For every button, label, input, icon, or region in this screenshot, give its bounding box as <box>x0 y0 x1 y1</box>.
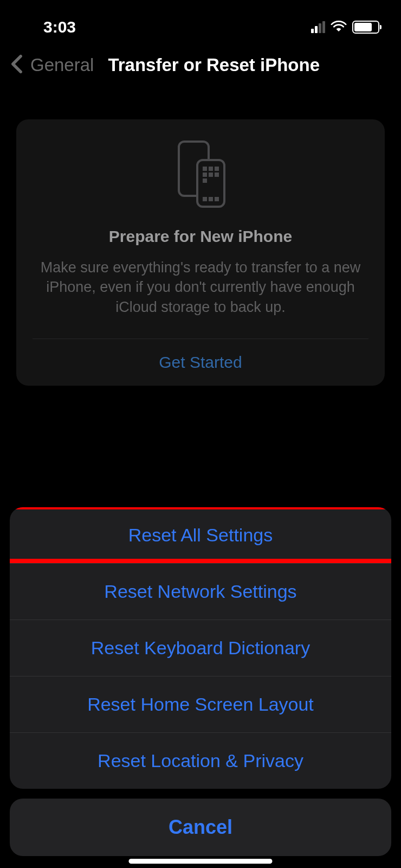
status-icons <box>311 20 379 35</box>
svg-rect-6 <box>209 173 213 177</box>
prepare-new-iphone-card: Prepare for New iPhone Make sure everyth… <box>16 119 385 386</box>
svg-rect-7 <box>215 173 219 177</box>
get-started-button[interactable]: Get Started <box>33 339 368 386</box>
wifi-icon <box>331 20 347 35</box>
option-label: Reset Keyboard Dictionary <box>91 637 310 658</box>
svg-rect-9 <box>203 197 207 201</box>
cellular-signal-icon <box>311 21 325 33</box>
cancel-button[interactable]: Cancel <box>10 799 391 856</box>
back-chevron-icon[interactable] <box>11 54 23 76</box>
option-label: Reset Home Screen Layout <box>87 694 314 714</box>
option-label: Reset All Settings <box>128 525 273 545</box>
action-sheet-group: Reset All Settings Reset Network Setting… <box>10 507 391 789</box>
option-label: Reset Location & Privacy <box>98 750 303 771</box>
svg-rect-8 <box>203 178 207 183</box>
status-time: 3:03 <box>43 18 76 36</box>
prepare-description: Make sure everything's ready to transfer… <box>33 258 368 317</box>
svg-rect-10 <box>209 197 213 201</box>
svg-rect-5 <box>203 173 207 177</box>
home-indicator[interactable] <box>129 859 273 864</box>
option-label: Reset Network Settings <box>104 581 296 602</box>
battery-icon <box>352 21 379 34</box>
page-title: Transfer or Reset iPhone <box>108 55 320 75</box>
devices-icon <box>173 138 228 211</box>
reset-network-settings-option[interactable]: Reset Network Settings <box>10 564 391 620</box>
back-label[interactable]: General <box>30 55 94 75</box>
status-bar: 3:03 <box>0 0 401 43</box>
navigation-bar: General Transfer or Reset iPhone <box>0 43 401 84</box>
reset-all-settings-option[interactable]: Reset All Settings <box>10 507 391 564</box>
svg-rect-2 <box>203 167 207 171</box>
svg-rect-4 <box>215 167 219 171</box>
prepare-title: Prepare for New iPhone <box>109 227 292 246</box>
reset-location-privacy-option[interactable]: Reset Location & Privacy <box>10 733 391 789</box>
reset-keyboard-dictionary-option[interactable]: Reset Keyboard Dictionary <box>10 620 391 676</box>
svg-rect-3 <box>209 167 213 171</box>
reset-home-screen-layout-option[interactable]: Reset Home Screen Layout <box>10 676 391 733</box>
reset-action-sheet: Reset All Settings Reset Network Setting… <box>10 507 391 856</box>
svg-rect-11 <box>215 197 219 201</box>
